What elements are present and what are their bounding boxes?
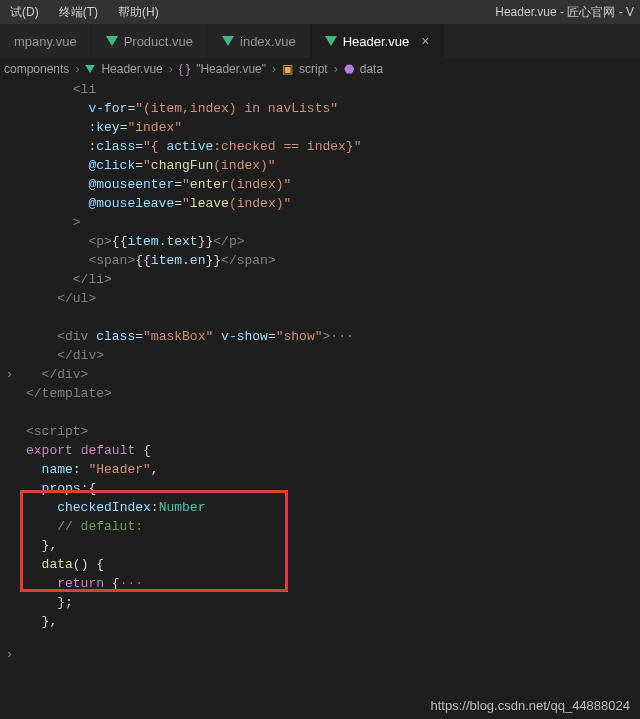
module-icon: ▣: [282, 62, 293, 76]
chevron-right-icon: ›: [169, 62, 173, 76]
tab-label: Product.vue: [124, 34, 193, 49]
menu-terminal[interactable]: 终端(T): [49, 4, 108, 21]
cube-icon: ⬣: [344, 62, 354, 76]
tab-index[interactable]: index.vue: [208, 24, 311, 58]
breadcrumb-item[interactable]: data: [360, 62, 383, 76]
vue-icon: [106, 36, 118, 46]
window-title: Header.vue - 匠心官网 - V: [495, 0, 640, 24]
breadcrumb-item[interactable]: components: [4, 62, 69, 76]
breadcrumb-item[interactable]: Header.vue: [101, 62, 162, 76]
menu-debug[interactable]: 试(D): [0, 4, 49, 21]
tab-company[interactable]: mpany.vue: [0, 24, 92, 58]
vue-icon: [222, 36, 234, 46]
menu-help[interactable]: 帮助(H): [108, 4, 169, 21]
vue-icon: [85, 65, 95, 73]
chevron-right-icon: ›: [75, 62, 79, 76]
code-editor[interactable]: <li v-for="(item,index) in navLists" :ke…: [0, 80, 640, 719]
vue-icon: [325, 36, 337, 46]
tab-label: mpany.vue: [14, 34, 77, 49]
editor-tabs: mpany.vue Product.vue index.vue Header.v…: [0, 24, 640, 58]
chevron-right-icon: ›: [272, 62, 276, 76]
breadcrumb-item[interactable]: script: [299, 62, 328, 76]
breadcrumb-item[interactable]: "Header.vue": [196, 62, 266, 76]
close-icon[interactable]: ×: [421, 33, 429, 49]
tab-label: Header.vue: [343, 34, 410, 49]
tab-label: index.vue: [240, 34, 296, 49]
breadcrumb: components › Header.vue › { } "Header.vu…: [0, 58, 640, 80]
chevron-right-icon: ›: [334, 62, 338, 76]
watermark: https://blog.csdn.net/qq_44888024: [431, 698, 631, 713]
tab-product[interactable]: Product.vue: [92, 24, 208, 58]
braces-icon: { }: [179, 62, 190, 76]
tab-header[interactable]: Header.vue ×: [311, 24, 445, 58]
